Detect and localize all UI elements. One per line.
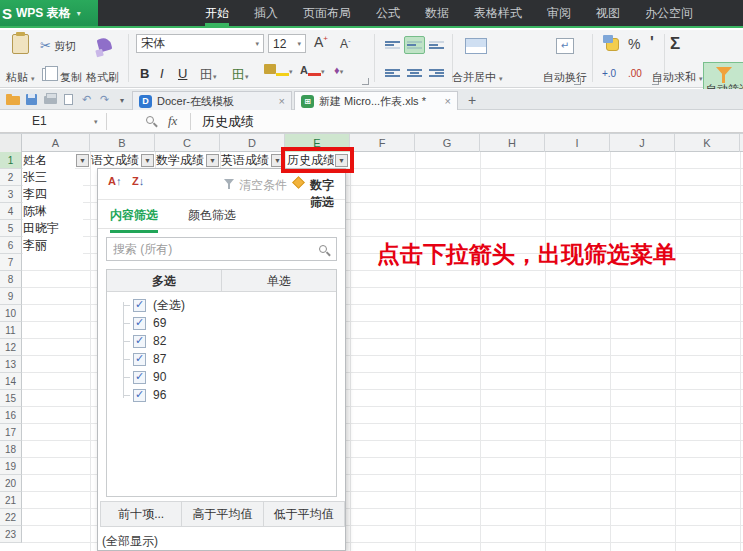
menu-data[interactable]: 数据 xyxy=(425,0,449,26)
redo-icon[interactable]: ↷ xyxy=(100,93,109,106)
column-header-a[interactable]: A xyxy=(22,134,90,153)
row-header[interactable]: 20 xyxy=(0,475,22,492)
row-header[interactable]: 19 xyxy=(0,458,22,475)
print-icon[interactable] xyxy=(44,96,57,104)
menu-review[interactable]: 审阅 xyxy=(547,0,571,26)
row-header[interactable]: 12 xyxy=(0,339,22,356)
row-header[interactable]: 6 xyxy=(0,237,22,254)
borders-button[interactable]: 田▾ xyxy=(200,66,217,84)
cell-a2[interactable]: 张三 xyxy=(23,169,83,186)
row-header[interactable]: 7 xyxy=(0,254,22,271)
checkbox-checked-icon[interactable] xyxy=(133,389,146,402)
tab-docer-online-template[interactable]: D Docer-在线模板 × xyxy=(132,91,292,110)
align-left-button[interactable] xyxy=(382,64,403,82)
currency-format-icon[interactable] xyxy=(606,38,619,51)
column-header-f[interactable]: F xyxy=(350,134,415,153)
menu-table-style[interactable]: 表格样式 xyxy=(474,0,522,26)
sort-descending-button[interactable]: Z↓ xyxy=(132,175,144,187)
align-bottom-button[interactable] xyxy=(426,36,447,54)
close-icon[interactable]: × xyxy=(279,95,285,107)
menu-page-layout[interactable]: 页面布局 xyxy=(303,0,351,26)
filter-item-select-all[interactable]: (全选) xyxy=(107,296,185,314)
column-header-j[interactable]: J xyxy=(610,134,675,153)
menu-office-space[interactable]: 办公空间 xyxy=(645,0,693,26)
column-header-b[interactable]: B xyxy=(90,134,155,153)
italic-button[interactable]: I xyxy=(160,66,164,81)
highlight-color-button[interactable]: ♦▾ xyxy=(334,64,343,76)
wps-logo[interactable]: S WPS 表格 ▾ xyxy=(0,0,98,26)
row-header[interactable]: 5 xyxy=(0,220,22,237)
checkbox-checked-icon[interactable] xyxy=(133,317,146,330)
row-header[interactable]: 21 xyxy=(0,492,22,509)
align-right-button[interactable] xyxy=(426,64,447,82)
cell-c1[interactable]: 数学成绩 xyxy=(156,152,205,169)
filter-dropdown-a[interactable]: ▼ xyxy=(76,154,89,167)
tab-content-filter[interactable]: 内容筛选 xyxy=(110,207,158,233)
column-header-d[interactable]: D xyxy=(220,134,285,153)
cut-button[interactable]: ✂ 剪切 xyxy=(40,38,76,54)
clear-filter-button[interactable]: 清空条件 xyxy=(239,177,287,194)
quick-access-dropdown-icon[interactable]: ▾ xyxy=(120,96,124,105)
autosum-button[interactable]: 自动求和 ▾ xyxy=(652,70,703,85)
menu-formulas[interactable]: 公式 xyxy=(376,0,400,26)
above-average-button[interactable]: 高于平均值 xyxy=(182,502,263,526)
grow-font-button[interactable]: A+ xyxy=(314,34,328,50)
merge-center-button[interactable]: 合并居中 ▾ xyxy=(452,70,503,85)
decrease-decimal-button[interactable]: .00 xyxy=(628,68,642,79)
zoom-search-icon[interactable] xyxy=(146,116,154,124)
row-header[interactable]: 4 xyxy=(0,203,22,220)
row-header[interactable]: 22 xyxy=(0,509,22,526)
row-header[interactable]: 16 xyxy=(0,407,22,424)
column-header-i[interactable]: I xyxy=(545,134,610,153)
row-header[interactable]: 2 xyxy=(0,169,22,186)
align-top-button[interactable] xyxy=(382,36,403,54)
bold-button[interactable]: B xyxy=(140,66,149,81)
row-header[interactable]: 1 xyxy=(0,152,22,169)
tab-new-workbook[interactable]: ⊞ 新建 Micro...作表.xls * × xyxy=(294,91,458,110)
column-header-g[interactable]: G xyxy=(415,134,480,153)
filter-search-input[interactable] xyxy=(113,239,308,259)
filter-dropdown-b[interactable]: ▼ xyxy=(141,154,154,167)
row-header[interactable]: 8 xyxy=(0,271,22,288)
format-painter-button[interactable]: 格式刷 xyxy=(86,70,119,85)
percent-format-button[interactable]: % xyxy=(628,36,640,52)
cell-a3[interactable]: 李四 xyxy=(23,186,83,203)
save-icon[interactable] xyxy=(26,94,37,105)
shrink-font-button[interactable]: A- xyxy=(340,36,351,51)
cell-d1[interactable]: 英语成绩 xyxy=(221,152,270,169)
multi-select-header[interactable]: 多选 xyxy=(107,270,222,291)
row-header[interactable]: 13 xyxy=(0,356,22,373)
dialog-launcher-icon[interactable] xyxy=(362,78,369,85)
cell-b1[interactable]: 语文成绩 xyxy=(91,152,140,169)
checkbox-checked-icon[interactable] xyxy=(133,371,146,384)
checkbox-checked-icon[interactable] xyxy=(133,353,146,366)
increase-decimal-button[interactable]: +.0 xyxy=(602,68,616,79)
tab-color-filter[interactable]: 颜色筛选 xyxy=(188,207,236,224)
filter-dropdown-c[interactable]: ▼ xyxy=(206,154,219,167)
align-center-button[interactable] xyxy=(404,64,425,82)
row-header[interactable]: 23 xyxy=(0,526,22,543)
menu-insert[interactable]: 插入 xyxy=(254,0,278,26)
filter-item[interactable]: 96 xyxy=(107,386,166,404)
menu-view[interactable]: 视图 xyxy=(596,0,620,26)
filter-item[interactable]: 69 xyxy=(107,314,166,332)
paste-button[interactable]: 粘贴 ▾ xyxy=(6,70,35,85)
insert-function-button[interactable]: fx xyxy=(168,113,177,129)
cell-a6[interactable]: 李丽 xyxy=(23,237,83,254)
row-header[interactable]: 14 xyxy=(0,373,22,390)
name-box[interactable]: E1 xyxy=(32,114,47,128)
name-box-dropdown-icon[interactable]: ▾ xyxy=(94,118,98,126)
filter-item[interactable]: 82 xyxy=(107,332,166,350)
select-all-corner[interactable] xyxy=(0,134,22,153)
column-header-c[interactable]: C xyxy=(155,134,220,153)
single-select-header[interactable]: 单选 xyxy=(222,270,336,291)
column-header-h[interactable]: H xyxy=(480,134,545,153)
filter-item[interactable]: 90 xyxy=(107,368,166,386)
font-name-select[interactable]: 宋体▾ xyxy=(136,34,264,53)
cell-a4[interactable]: 陈琳 xyxy=(23,203,83,220)
align-middle-button[interactable] xyxy=(404,36,425,54)
dialog-launcher-icon[interactable] xyxy=(574,78,581,85)
open-file-icon[interactable] xyxy=(6,96,20,105)
font-size-select[interactable]: 12▾ xyxy=(268,34,306,53)
undo-icon[interactable]: ↶ xyxy=(82,93,91,106)
